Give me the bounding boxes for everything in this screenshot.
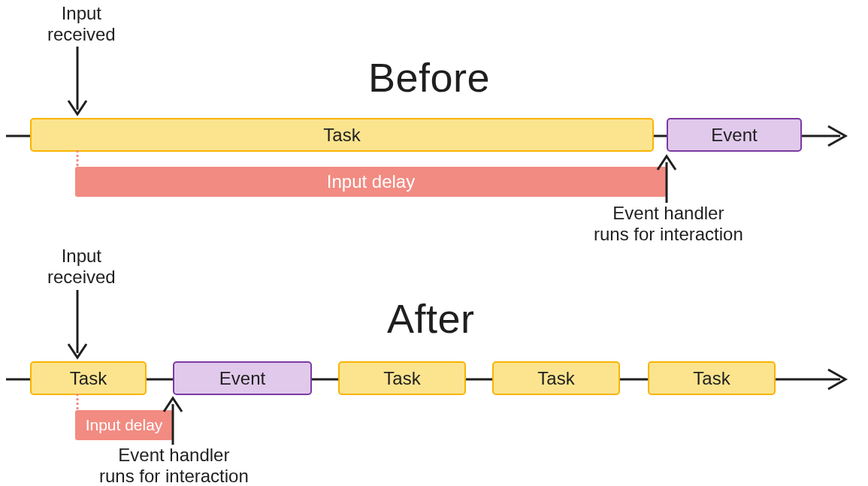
heading-before: Before (368, 54, 490, 101)
after-task-1: Task (30, 361, 147, 395)
after-event-box: Event (173, 361, 312, 395)
after-input-dotted (75, 394, 80, 410)
after-task-3: Task (492, 361, 620, 395)
before-input-delay-bar: Input delay (75, 167, 667, 197)
after-input-received-label: Input received (47, 246, 116, 288)
before-event-handler-label: Event handler runs for interaction (594, 203, 743, 245)
after-input-delay-bar: Input delay (75, 410, 173, 440)
heading-after: After (387, 295, 475, 342)
before-input-received-arrow (75, 47, 90, 119)
after-task-2: Task (338, 361, 466, 395)
after-event-handler-label: Event handler runs for interaction (99, 445, 249, 486)
before-event-box: Event (667, 118, 802, 152)
before-input-received-label: Input received (47, 3, 116, 45)
before-input-dotted (75, 150, 80, 167)
after-input-received-arrow (75, 290, 90, 362)
after-task-4: Task (648, 361, 776, 395)
before-task-box: Task (30, 118, 654, 152)
